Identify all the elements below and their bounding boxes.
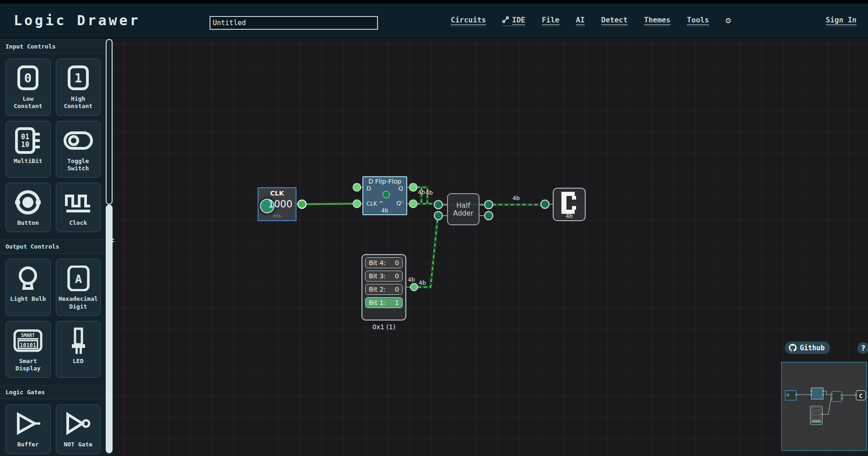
clock-wave-icon	[65, 190, 92, 215]
help-button[interactable]: ?	[857, 342, 868, 354]
dff-title: D Flip-Flop	[363, 178, 406, 185]
wire-label: 4b	[408, 276, 415, 283]
section-header-output-controls: Output Controls	[0, 239, 113, 254]
palette-label: High Constant	[58, 95, 99, 110]
toggle-switch-icon	[63, 127, 93, 154]
palette-item-high-constant[interactable]: 1 High Constant	[56, 59, 101, 116]
not-gate-icon	[64, 412, 92, 436]
app-screen: 4b 4b 4b 4b 4b CLK 1000 ms D Flip-Flop D…	[0, 0, 868, 456]
clock-title: CLK	[259, 190, 296, 197]
multibit-icon: 01 10	[14, 127, 42, 154]
clock-component[interactable]: CLK 1000 ms	[258, 187, 297, 221]
svg-text:01: 01	[21, 133, 29, 141]
wire-label: 4b	[418, 189, 425, 195]
palette-item-clock[interactable]: Clock	[56, 183, 101, 232]
seven-segment-c-glyph	[561, 192, 580, 214]
nav-ide-label: IDE	[512, 16, 525, 24]
component-sidebar: Input Controls 0 Low Constant 1 High Con…	[0, 38, 113, 456]
clock-interval-value: 1000	[268, 199, 292, 210]
nav-detect[interactable]: Detect	[601, 16, 628, 26]
topbar: Logic Drawer Circuits IDE File AI Detect…	[0, 4, 868, 38]
svg-text:SMART: SMART	[21, 333, 35, 338]
main-nav: Circuits IDE File AI Detect Themes Tools…	[451, 4, 731, 38]
wire-label: 4b	[419, 279, 426, 286]
smart-display-icon: SMART 10101	[13, 327, 43, 354]
circuit-canvas[interactable]	[113, 38, 868, 456]
palette-item-smart-display[interactable]: SMART 10101 Smart Display	[5, 321, 51, 378]
multibit-bit1-row[interactable]: Bit 1: 1	[365, 297, 403, 308]
nav-tools[interactable]: Tools	[687, 16, 709, 26]
dff-input-clk-label: CLK ^	[367, 201, 383, 207]
output-controls-grid: Light Bulb A Hexadecimal Digit SMART 101…	[0, 254, 106, 383]
multibit-bit3-row[interactable]: Bit 3: 0	[365, 271, 403, 282]
hex-digit-icon: A	[65, 266, 92, 291]
d-flip-flop-component[interactable]: D Flip-Flop D Q CLK ^ Q' 4b	[362, 176, 407, 215]
svg-text:C: C	[859, 393, 862, 399]
palette-item-multibit[interactable]: 01 10 MultiBit	[5, 121, 51, 178]
palette-label: Hexadecimal Digit	[58, 295, 99, 310]
github-button[interactable]: Github	[785, 342, 830, 354]
input-controls-grid: 0 Low Constant 1 High Constant 01 10 Mul…	[0, 54, 106, 238]
multibit-component[interactable]: Bit 4: 0 Bit 3: 0 Bit 2: 0 Bit 1: 1 0x1 …	[361, 254, 406, 320]
palette-item-not-gate[interactable]: NOT Gate	[56, 404, 101, 454]
sidebar-scrollbar-thumb[interactable]	[106, 39, 113, 205]
dff-input-d-label: D	[367, 185, 371, 192]
palette-label: LED	[73, 358, 83, 365]
palette-item-buffer[interactable]: Buffer	[5, 404, 51, 454]
nav-ide[interactable]: IDE	[502, 16, 525, 26]
bit-label: Bit 1:	[369, 299, 386, 306]
half-adder-label-line1: Half	[448, 202, 479, 210]
palette-label: Low Constant	[8, 95, 49, 110]
half-adder-component[interactable]: Half Adder	[447, 193, 480, 225]
palette-label: Button	[17, 219, 39, 227]
bit-value: 0	[395, 286, 399, 293]
bit-value: 1	[395, 299, 399, 306]
sign-in-button[interactable]: Sign In	[826, 16, 857, 26]
sidebar-collapse-handle[interactable]: <	[110, 236, 114, 244]
palette-label: NOT Gate	[64, 441, 92, 448]
palette-label: Clock	[69, 219, 87, 227]
led-icon	[65, 327, 92, 354]
bit-value: 0	[395, 272, 399, 280]
svg-text:10: 10	[21, 141, 29, 149]
palette-item-light-bulb[interactable]: Light Bulb	[5, 259, 51, 316]
bit-value: 0	[395, 259, 399, 266]
nav-file[interactable]: File	[542, 16, 560, 26]
palette-label: MultiBit	[14, 157, 43, 165]
gear-icon[interactable]: ⚙	[726, 15, 731, 27]
bit-label: Bit 3:	[369, 272, 386, 280]
multibit-bit2-row[interactable]: Bit 2: 0	[365, 284, 403, 295]
palette-item-toggle-switch[interactable]: Toggle Switch	[56, 121, 101, 178]
palette-item-low-constant[interactable]: 0 Low Constant	[5, 59, 51, 116]
palette-label: Smart Display	[8, 358, 49, 373]
minimap[interactable]: C	[781, 362, 867, 451]
svg-text:A: A	[75, 272, 82, 286]
nav-ai[interactable]: AI	[576, 16, 585, 26]
palette-item-button[interactable]: Button	[5, 183, 51, 232]
palette-label: Toggle Switch	[58, 157, 99, 173]
bit-label: Bit 2:	[369, 286, 386, 293]
palette-label: Light Bulb	[10, 295, 46, 303]
minimap-graphic: C	[782, 363, 866, 450]
wire-label: 4b	[426, 189, 433, 196]
palette-item-hexadecimal-digit[interactable]: A Hexadecimal Digit	[56, 259, 101, 316]
clock-interval-unit: ms	[259, 213, 296, 219]
light-bulb-icon	[14, 265, 42, 292]
wire-label: 4b	[512, 195, 520, 201]
svg-text:0: 0	[24, 71, 32, 85]
nav-circuits[interactable]: Circuits	[451, 16, 486, 26]
hex-display-component[interactable]: 4b	[553, 188, 586, 221]
circuit-title-input[interactable]	[210, 16, 378, 30]
section-header-logic-gates: Logic Gates	[0, 385, 113, 399]
buffer-gate-icon	[14, 412, 42, 436]
github-icon	[789, 344, 797, 352]
dff-bits-label: 4b	[363, 207, 406, 214]
github-label: Github	[800, 344, 825, 352]
ide-icon	[502, 16, 509, 23]
multibit-bit4-row[interactable]: Bit 4: 0	[365, 257, 403, 268]
half-adder-label-line2: Adder	[448, 210, 479, 217]
palette-item-led[interactable]: LED	[56, 321, 101, 378]
nav-themes[interactable]: Themes	[644, 16, 671, 26]
svg-text:10101: 10101	[20, 342, 36, 348]
bit-label: Bit 4:	[369, 259, 386, 266]
